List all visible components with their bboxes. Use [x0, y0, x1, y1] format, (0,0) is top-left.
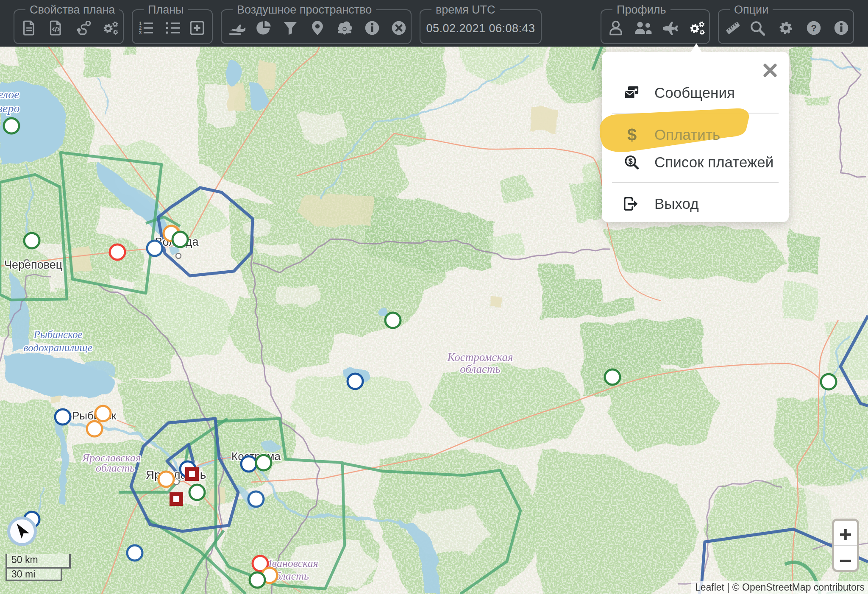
svg-text:область: область — [96, 462, 135, 474]
svg-text:$: $ — [629, 157, 633, 166]
svg-text:?: ? — [811, 23, 817, 33]
svg-text:озеро: озеро — [0, 102, 19, 115]
svg-text:область: область — [460, 363, 500, 375]
svg-text:Белое: Белое — [0, 88, 19, 101]
svg-text:Костромская: Костромская — [447, 351, 513, 364]
svg-text:водохранилище: водохранилище — [24, 342, 92, 353]
svg-text:Череповец: Череповец — [4, 258, 62, 271]
svg-text:3: 3 — [139, 30, 142, 35]
svg-text:Рыбинское: Рыбинское — [33, 329, 82, 340]
